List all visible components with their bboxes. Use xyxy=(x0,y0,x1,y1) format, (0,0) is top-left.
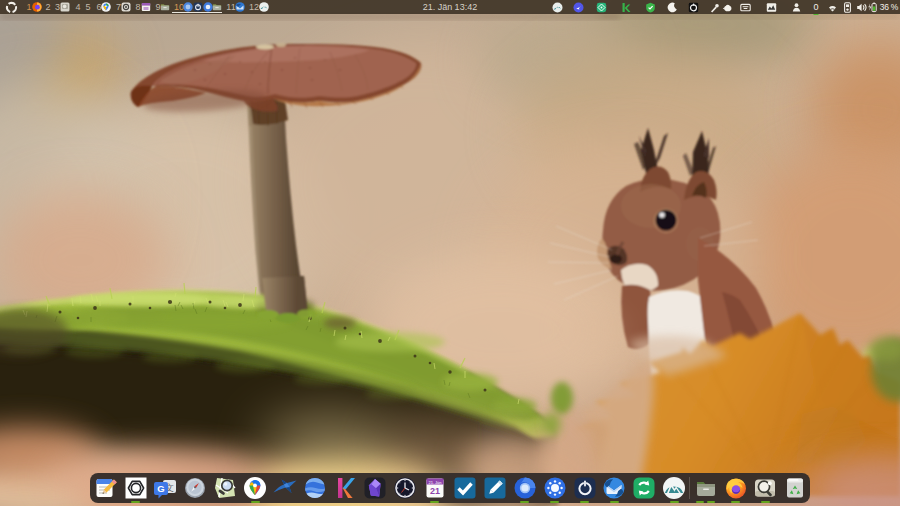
svg-text:G: G xyxy=(157,483,164,494)
svg-text:21: 21 xyxy=(430,486,440,496)
svg-text:21. Jän: 21. Jän xyxy=(428,480,441,485)
